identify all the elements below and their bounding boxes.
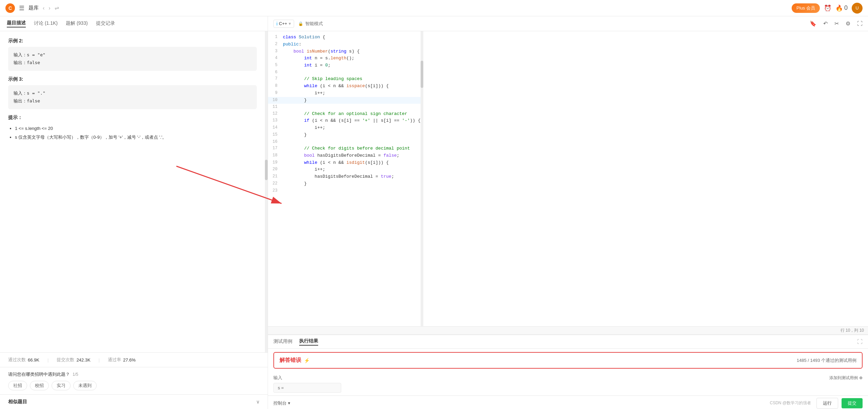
stat-pass-count: 通过次数 66.9K	[8, 357, 39, 363]
hint-title: 提示：	[8, 115, 257, 121]
code-line-23: 23	[268, 188, 421, 194]
editor-area: 1 class Solution { 2 public: 3 bool isNu…	[268, 31, 868, 326]
survey-section: 请问您在哪类招聘中遇到此题？ 1/5 社招 校招 实习 未遇到	[0, 367, 268, 394]
right-scrollbar[interactable]	[421, 31, 423, 326]
nav-next-arrow[interactable]: ›	[49, 5, 50, 11]
fire-count: 0	[844, 4, 848, 12]
lang-icon: i	[276, 21, 277, 26]
logo[interactable]: C	[5, 3, 15, 13]
bookmark-icon[interactable]: 🔖	[810, 20, 816, 27]
code-line-13: 13 if (i < n && (s[i] == '+' || s[i] == …	[268, 117, 421, 124]
tab-test-cases[interactable]: 测试用例	[273, 338, 292, 345]
expand-icon[interactable]: ⛶	[857, 339, 863, 345]
tab-submissions[interactable]: 提交记录	[96, 20, 115, 27]
timer-icon[interactable]: ⏰	[824, 4, 831, 12]
submit-button[interactable]: 提交	[842, 398, 863, 408]
add-icon: ⊕	[859, 375, 863, 380]
fire-icon[interactable]: 🔥 0	[835, 4, 848, 12]
code-line-17: 17 // Check for digits before decimal po…	[268, 145, 421, 152]
hint-section: 提示： 1 <= s.length <= 20 s 仅含英文字母（大写和小写），…	[8, 115, 257, 142]
plus-button[interactable]: Plus 会员	[792, 3, 820, 13]
input-label-text: 输入	[273, 375, 282, 381]
example-2: 示例 2: 输入：s = "e" 输出：false	[8, 38, 257, 71]
input-field-label: s =	[278, 385, 284, 390]
survey-tag-none[interactable]: 未遇到	[73, 381, 97, 390]
test-stats: 1485 / 1493 个通过的测试用例	[797, 357, 856, 364]
shuffle-icon[interactable]: ⇌	[55, 5, 59, 11]
lang-label: C++	[279, 21, 287, 26]
nav-title: 题库	[28, 5, 39, 11]
survey-tag-campus[interactable]: 校招	[30, 381, 49, 390]
right-scroll-thumb[interactable]	[421, 61, 423, 88]
chevron-down-icon[interactable]: ∨	[256, 399, 259, 405]
hint-item-1: 1 <= s.length <= 20	[15, 124, 257, 133]
example-2-input: 输入：s = "e"	[14, 51, 251, 59]
error-label: 解答错误	[279, 357, 301, 364]
code-line-22: 22 }	[268, 180, 421, 188]
survey-tag-social[interactable]: 社招	[8, 381, 27, 390]
code-line-21: 21 hasDigitsBeforeDecimal = true;	[268, 173, 421, 180]
stat-pass-rate: 通过率 27.6%	[108, 357, 136, 363]
input-field[interactable]: s =	[273, 383, 341, 393]
bottom-toolbar: 控制台 ▾ CSDN @数学习的强者 运行 提交	[268, 395, 868, 409]
code-line-2: 2 public:	[268, 41, 421, 48]
survey-tags: 社招 校招 实习 未遇到	[8, 381, 259, 390]
smart-mode-label: 智能模式	[305, 21, 323, 27]
add-test-button[interactable]: 添加到测试用例 ⊕	[829, 375, 863, 381]
avatar[interactable]: U	[852, 3, 863, 14]
code-line-5: 5 int i = 0;	[268, 62, 421, 69]
lock-icon: 🔒	[298, 21, 303, 26]
error-result-box: 解答错误 ⚡ 1485 / 1493 个通过的测试用例	[273, 352, 863, 369]
tab-exec-result[interactable]: 执行结果	[299, 338, 318, 346]
similar-title: 相似题目 ∨	[8, 399, 259, 405]
language-selector[interactable]: i C++ ▾	[273, 20, 294, 28]
tab-solution[interactable]: 题解 (933)	[66, 20, 88, 27]
avatar-text: U	[855, 5, 859, 11]
survey-question: 请问您在哪类招聘中遇到此题？ 1/5	[8, 371, 259, 377]
hint-item-2: s 仅含英文字母（大写和小写），数字（0-9），加号 '+'，减号 '-'，或者…	[15, 133, 257, 142]
editor-header: i C++ ▾ 🔒 智能模式 🔖 ↶ ✂ ⚙ ⛶	[268, 16, 868, 31]
menu-icon[interactable]: ☰	[19, 4, 24, 12]
input-section: 输入 添加到测试用例 ⊕ s =	[268, 372, 868, 395]
fullscreen-icon[interactable]: ⛶	[857, 21, 863, 27]
cursor-position: 行 10，列 10	[841, 328, 864, 333]
example-2-title: 示例 2:	[8, 38, 257, 44]
status-bar: 行 10，列 10	[268, 326, 868, 334]
stats-bar: 通过次数 66.9K | 提交次数 242.3K | 通过率 27.6%	[0, 352, 268, 367]
nav-prev-arrow[interactable]: ‹	[43, 5, 44, 11]
problem-tabs: 题目描述 讨论 (1.1K) 题解 (933) 提交记录	[0, 16, 268, 31]
console-button[interactable]: 控制台 ▾	[273, 400, 290, 406]
error-icon: ⚡	[304, 358, 310, 363]
code-editor[interactable]: 1 class Solution { 2 public: 3 bool isNu…	[268, 31, 421, 326]
left-scrollbar[interactable]	[265, 31, 268, 352]
code-line-6: 6	[268, 69, 421, 76]
left-content-area: 示例 2: 输入：s = "e" 输出：false 示例 3: 输入：s = "…	[0, 31, 268, 352]
code-line-4: 4 int n = s.length();	[268, 55, 421, 62]
lang-chevron-icon: ▾	[289, 21, 291, 26]
test-passed-count: 1485 / 1493	[797, 358, 820, 363]
example-3-title: 示例 3:	[8, 76, 257, 82]
scissors-icon[interactable]: ✂	[834, 20, 839, 27]
bottom-panel: 测试用例 执行结果 ⛶ 解答错误 ⚡ 1485 / 1493 个通过的测试用例	[268, 334, 868, 409]
add-test-label: 添加到测试用例	[829, 375, 858, 381]
code-line-14: 14 i++;	[268, 124, 421, 132]
example-2-output: 输出：false	[14, 59, 251, 66]
hint-list: 1 <= s.length <= 20 s 仅含英文字母（大写和小写），数字（0…	[8, 124, 257, 142]
settings-icon[interactable]: ⚙	[846, 20, 850, 27]
tab-description[interactable]: 题目描述	[7, 20, 26, 27]
left-panel: 题目描述 讨论 (1.1K) 题解 (933) 提交记录 示例 2: 输入：s …	[0, 16, 268, 409]
survey-tag-intern[interactable]: 实习	[52, 381, 71, 390]
problem-content[interactable]: 示例 2: 输入：s = "e" 输出：false 示例 3: 输入：s = "…	[0, 31, 265, 352]
code-line-16: 16	[268, 139, 421, 145]
left-scroll-thumb[interactable]	[265, 160, 268, 180]
code-line-8: 8 while (i < n && isspace(s[i])) {	[268, 83, 421, 90]
code-line-19: 19 while (i < n && isdigit(s[i])) {	[268, 159, 421, 167]
tab-discussion[interactable]: 讨论 (1.1K)	[34, 20, 58, 27]
smart-mode: 🔒 智能模式	[298, 21, 323, 27]
undo-icon[interactable]: ↶	[823, 20, 828, 27]
code-line-10: 10 }	[268, 97, 421, 104]
console-label: 控制台	[273, 400, 287, 406]
run-button[interactable]: 运行	[816, 398, 838, 409]
code-line-11: 11	[268, 104, 421, 110]
code-line-20: 20 i++;	[268, 166, 421, 173]
